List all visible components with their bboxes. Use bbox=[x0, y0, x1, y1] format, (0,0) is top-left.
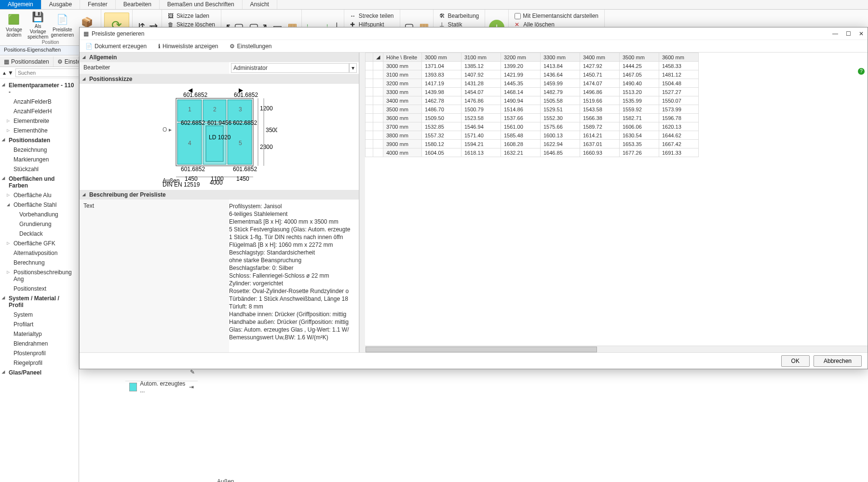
svg-text:DIN EN 12519: DIN EN 12519 bbox=[163, 181, 200, 187]
tab-bearbeiten[interactable]: Bearbeiten bbox=[116, 0, 160, 9]
price-grid[interactable]: ◢Höhe \ Breite3000 mm3100 mm3200 mm3300 … bbox=[365, 53, 699, 157]
tab-ansicht[interactable]: Ansicht bbox=[243, 0, 277, 9]
tab-allgemein[interactable]: Allgemein bbox=[0, 0, 41, 9]
strecke-teilen-button[interactable]: ↔Strecke teilen bbox=[348, 12, 396, 20]
tree-materialtyp[interactable]: Materialtyp bbox=[0, 329, 79, 339]
tree-oberflaeche-stahl[interactable]: Oberfläche Stahl bbox=[0, 200, 79, 210]
einstellungen-button[interactable]: ⚙Einstellungen bbox=[228, 42, 273, 51]
close-icon[interactable]: ✕ bbox=[859, 30, 864, 37]
tree-anzahl-h[interactable]: AnzahlFelderH bbox=[0, 107, 79, 116]
maximize-icon[interactable]: ☐ bbox=[846, 30, 851, 37]
tree-oberflaechen[interactable]: Oberflächen und Farben bbox=[0, 174, 79, 190]
tree-elementbreite[interactable]: Elementbreite bbox=[0, 116, 79, 126]
tree-anzahl-b[interactable]: AnzahlFelderB bbox=[0, 97, 79, 107]
gear-icon: ⚙ bbox=[230, 43, 235, 50]
tree-alternativposition[interactable]: Alternativposition bbox=[0, 248, 79, 258]
collapse-icon[interactable]: ▴ bbox=[3, 69, 6, 76]
doc-icon: 📄 bbox=[85, 43, 93, 50]
tab-einstellung[interactable]: ⚙Einstellung bbox=[54, 56, 79, 67]
dialog-title: Preisliste generieren bbox=[92, 30, 144, 37]
svg-text:1: 1 bbox=[188, 106, 191, 113]
tab-bemassen[interactable]: Bemaßen und Beschriften bbox=[160, 0, 243, 9]
section-beschreibung[interactable]: Beschreibung der Preisliste bbox=[80, 190, 359, 200]
tree-markierungen[interactable]: Markierungen bbox=[0, 155, 79, 164]
description-text: Profilsystem: Janisol6-teiliges Stahlele… bbox=[229, 200, 359, 352]
tools-icon: 🛠 bbox=[439, 13, 446, 19]
preisliste-generieren-button[interactable]: 📄 Preisliste generieren bbox=[51, 11, 74, 40]
bearbeiter-label: Bearbeiter bbox=[80, 62, 229, 74]
svg-text:▶: ▶ bbox=[239, 87, 244, 94]
aussen-label: Außen bbox=[217, 478, 234, 482]
svg-text:601.6852: 601.6852 bbox=[234, 92, 258, 98]
tree-riegelprofil[interactable]: Riegelprofil bbox=[0, 358, 79, 368]
tree-oberflaeche-gfk[interactable]: Oberfläche GFK bbox=[0, 239, 79, 248]
left-scrollbar[interactable] bbox=[359, 53, 365, 352]
dokument-erzeugen-button[interactable]: 📄Dokument erzeugen bbox=[83, 42, 149, 51]
help-icon[interactable]: ? bbox=[858, 68, 865, 75]
color-swatch[interactable] bbox=[129, 383, 137, 391]
tree-stueckzahl[interactable]: Stückzahl bbox=[0, 164, 79, 174]
cancel-button[interactable]: Abbrechen bbox=[814, 355, 862, 367]
skizze-laden-button[interactable]: 🖼Skizze laden bbox=[166, 12, 217, 20]
tree-profilart[interactable]: Profilart bbox=[0, 320, 79, 329]
hinweisliste-button[interactable]: ℹHinweisliste anzeigen bbox=[156, 42, 220, 51]
bearbeiter-combo[interactable]: Administrator bbox=[231, 63, 349, 73]
tree-vorbehandlung[interactable]: Vorbehandlung bbox=[0, 210, 79, 219]
vorlage-aendern-button[interactable]: 🟩 Vorlage ändern bbox=[3, 11, 25, 40]
svg-text:◀: ◀ bbox=[188, 87, 193, 94]
tree-bezeichnung[interactable]: Bezeichnung bbox=[0, 145, 79, 155]
tree-positionsbeschreibung[interactable]: Positionsbeschreibung Ang bbox=[0, 268, 79, 284]
tab-fenster[interactable]: Fenster bbox=[80, 0, 116, 9]
svg-text:3: 3 bbox=[239, 106, 242, 113]
tree-blendrahmen[interactable]: Blendrahmen bbox=[0, 339, 79, 348]
bottom-strip: ✎ Autom. erzeugtes ... ⇥ bbox=[125, 381, 198, 392]
section-positionsskizze[interactable]: Positionsskizze bbox=[80, 74, 359, 84]
split-icon: ↔ bbox=[350, 13, 357, 19]
tree-system-material[interactable]: System / Material / Profil bbox=[0, 294, 79, 310]
position-sketch: 1 2 3 4 5 601.6852 601.6852 602.6852 601… bbox=[162, 86, 277, 187]
svg-text:601.6852: 601.6852 bbox=[181, 166, 205, 173]
pencil-icon[interactable]: ✎ bbox=[190, 369, 195, 375]
svg-text:4000: 4000 bbox=[210, 179, 223, 186]
tree-positionsdaten[interactable]: Positionsdaten bbox=[0, 135, 79, 145]
tab-positionsdaten[interactable]: ▦Positionsdaten bbox=[0, 56, 54, 67]
info-icon: ℹ bbox=[158, 43, 161, 50]
ok-button[interactable]: OK bbox=[781, 355, 810, 367]
filter-icon[interactable]: ▼ bbox=[8, 69, 14, 76]
image-load-icon: 🖼 bbox=[168, 13, 175, 19]
tree-elementhoehe[interactable]: Elementhöhe bbox=[0, 126, 79, 135]
tree-system[interactable]: System bbox=[0, 310, 79, 320]
settings-icon: ⚙ bbox=[57, 58, 63, 65]
tree-decklack[interactable]: Decklack bbox=[0, 229, 79, 239]
svg-text:1200: 1200 bbox=[260, 105, 273, 112]
als-vorlage-speichern-button[interactable]: 💾 Als Vorlage speichern bbox=[27, 11, 49, 40]
tree-glas-paneel[interactable]: Glas/Paneel bbox=[0, 368, 79, 377]
section-allgemein[interactable]: Allgemein bbox=[80, 53, 359, 62]
tree-oberflaeche-alu[interactable]: Oberfläche Alu bbox=[0, 190, 79, 200]
side-panel: ▦Positionsdaten ⚙Einstellung ▴ ▼ Element… bbox=[0, 56, 79, 482]
svg-text:601.9456: 601.9456 bbox=[207, 120, 231, 126]
minimize-icon[interactable]: — bbox=[832, 30, 838, 37]
svg-text:O ▸: O ▸ bbox=[163, 126, 172, 133]
grid-h-scrollbar[interactable] bbox=[365, 346, 868, 352]
bearbeitung-button[interactable]: 🛠Bearbeitung bbox=[437, 12, 481, 20]
svg-text:5: 5 bbox=[239, 140, 242, 147]
tree-pfostenprofil[interactable]: Pfostenprofil bbox=[0, 348, 79, 358]
sketch-area: 1 2 3 4 5 601.6852 601.6852 602.6852 601… bbox=[80, 84, 359, 190]
expand-icon[interactable]: ⇥ bbox=[189, 384, 194, 390]
property-tree: Elementparameter - 110 - AnzahlFelderB A… bbox=[0, 79, 79, 481]
tab-ausgabe[interactable]: Ausgabe bbox=[41, 0, 80, 9]
tree-elementparameter[interactable]: Elementparameter - 110 - bbox=[0, 80, 79, 97]
tree-berechnung[interactable]: Berechnung bbox=[0, 258, 79, 268]
preisliste-dialog: ▦ Preisliste generieren — ☐ ✕ 📄Dokument … bbox=[79, 27, 868, 369]
tree-positionstext[interactable]: Positionstext bbox=[0, 284, 79, 294]
left-pane: Allgemein Bearbeiter Administrator▾ Posi… bbox=[80, 53, 359, 352]
search-input[interactable] bbox=[15, 68, 79, 77]
list-price-icon: 📄 bbox=[55, 13, 69, 26]
elementansicht-toggle[interactable]: Mit Elementansicht darstellen bbox=[513, 12, 600, 20]
autom-glas-label: Autom. erzeugtes ... bbox=[140, 380, 186, 394]
chevron-down-icon[interactable]: ▾ bbox=[349, 63, 357, 73]
tree-grundierung[interactable]: Grundierung bbox=[0, 219, 79, 229]
svg-text:LD 1020: LD 1020 bbox=[209, 134, 231, 141]
elementansicht-checkbox[interactable] bbox=[515, 13, 521, 19]
